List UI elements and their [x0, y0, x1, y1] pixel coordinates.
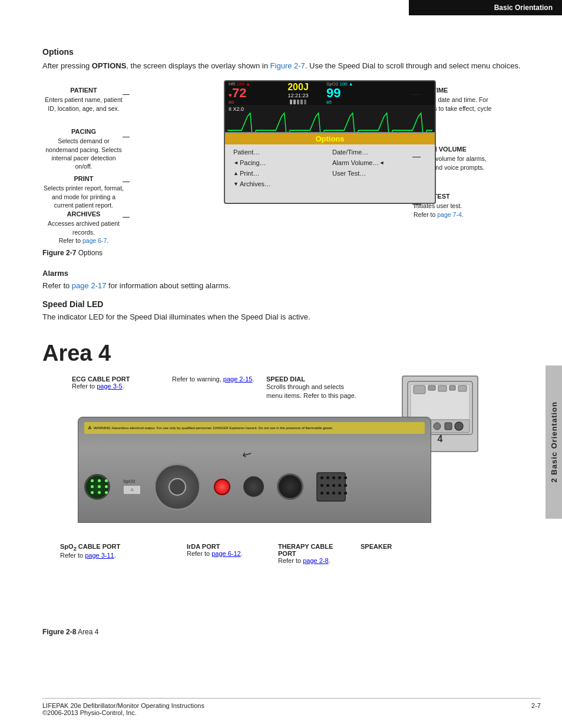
svg-rect-6 — [458, 386, 467, 391]
fig-caption-bold: Figure 2-7 — [42, 249, 76, 257]
user-test-refer: Refer to page 7-4. — [414, 210, 502, 219]
screen-top-bar: HR 160 ▲ ♥ 72 60 200J 12:21:23 — [225, 81, 435, 105]
red-button[interactable] — [214, 479, 230, 495]
pacing-label: PACING — [42, 127, 125, 136]
spo2-port-title: SpO2 CABLE PORT — [60, 543, 131, 552]
area4-figure: ECG CABLE PORT Refer to page 3-5. Refer … — [42, 375, 490, 623]
menu-pacing: ◄Pacing… — [231, 157, 330, 168]
figure-2-8-caption: Figure 2-8 Area 4 — [42, 628, 541, 636]
speaker-annot: SPEAKER — [361, 543, 408, 550]
menu-datetime: Date/Time… — [330, 147, 429, 157]
energy-time: 12:21:23 — [275, 93, 322, 98]
alarm-vol-line — [412, 157, 421, 157]
irda-link[interactable]: page 6-12 — [211, 550, 241, 557]
therapy-port — [277, 473, 303, 500]
ecg-cable-annot: ECG CABLE PORT Refer to page 3-5. — [72, 375, 143, 390]
menu-archives: ▼Archives… — [231, 179, 330, 189]
alarms-link[interactable]: page 2-17 — [72, 281, 107, 290]
device-screen-wrapper: HR 160 ▲ ♥ 72 60 200J 12:21:23 — [130, 80, 353, 204]
irda-title: IrDA PORT — [187, 543, 246, 550]
speed-dial-title: Speed Dial LED — [42, 299, 541, 309]
spo2-sub2: 85 — [326, 100, 332, 105]
fig28-caption-label: Area 4 — [78, 628, 98, 636]
archives-desc: Accesses archived patient records. — [42, 219, 125, 236]
print-annot: PRINT Selects printer report, format, an… — [42, 174, 125, 209]
options-section-title: Options — [42, 47, 541, 57]
energy-block: 200J 12:21:23 — [275, 82, 322, 104]
side-tab-label: 2 Basic Orientation — [550, 401, 558, 482]
datetime-line — [412, 94, 421, 95]
footer-left: LIFEPAK 20e Defibrillator/Monitor Operat… — [42, 702, 204, 716]
speed-dial-annot-title: SPEED DIAL — [266, 375, 361, 383]
speed-dial-text: The indicator LED for the Speed Dial ill… — [42, 311, 541, 323]
warning-strip-text: WARNING Hazardous electrical output. For… — [94, 426, 333, 430]
device-panel-wrapper: ⚠ WARNING Hazardous electrical output. F… — [42, 417, 408, 535]
svg-text:4: 4 — [438, 434, 443, 444]
archives-line — [123, 217, 130, 218]
user-test-link[interactable]: page 7-4 — [437, 211, 461, 218]
pacing-line — [123, 137, 130, 137]
alarms-title: Alarms — [42, 269, 541, 278]
svg-rect-3 — [428, 386, 435, 390]
svg-point-11 — [455, 422, 463, 430]
figure-2-7-caption: Figure 2-7 Options — [42, 249, 541, 257]
options-overlay-title: Options — [225, 133, 435, 144]
fig-caption-label: Options — [78, 249, 103, 257]
hr-value: 72 — [232, 87, 246, 100]
footer-right: 2-7 — [531, 702, 541, 716]
patient-label: PATIENT — [42, 86, 125, 95]
figure-2-7-link[interactable]: Figure 2-7 — [270, 61, 305, 70]
menu-print: ▲Print… — [231, 168, 330, 179]
svg-rect-2 — [414, 386, 425, 394]
ecg-cable-link[interactable]: page 3-5 — [97, 383, 122, 390]
spo2-block: SpO2 100 ▲ 99 85 — [326, 81, 368, 105]
archives-annot: ARCHIVES Accesses archived patient recor… — [42, 210, 125, 245]
pacing-annot: PACING Selects demand or nondemand pacin… — [42, 127, 125, 171]
patient-line — [123, 94, 130, 95]
main-content: Options After pressing OPTIONS, the scre… — [42, 0, 541, 636]
fig28-caption-bold: Figure 2-8 — [42, 628, 76, 636]
device-panel: ⚠ WARNING Hazardous electrical output. F… — [78, 417, 431, 523]
energy-value: 200J — [275, 82, 322, 93]
irda-refer: Refer to page 6-12. — [187, 550, 246, 557]
svg-point-9 — [434, 423, 441, 430]
menu-patient: Patient… — [231, 147, 330, 157]
options-intro-bold: OPTIONS — [92, 61, 127, 70]
irda-port — [243, 476, 264, 497]
alarms-text-end: for information about setting alarms. — [106, 281, 230, 290]
archives-link[interactable]: page 6-7 — [82, 237, 107, 244]
hr-sub2: 60 — [229, 100, 234, 105]
area4-heading: Area 4 — [42, 341, 541, 366]
speed-dial-inner — [168, 478, 186, 496]
print-desc: Selects printer report, format, and mode… — [42, 184, 125, 209]
device-screen: HR 160 ▲ ♥ 72 60 200J 12:21:23 — [224, 80, 436, 204]
options-intro-rest: , the screen displays the overlay shown … — [126, 61, 270, 70]
ecg-warning-text: Refer to warning, page 2-15. — [172, 375, 254, 383]
menu-user-test: User Test… — [330, 168, 429, 179]
footer-copyright: ©2006-2013 Physio-Control, Inc. — [42, 709, 204, 716]
therapy-refer: Refer to page 2-8. — [278, 557, 343, 564]
spo2-port-refer: Refer to page 3-11. — [60, 552, 131, 559]
speed-dial-annot-desc: Scrolls through and selects menu items. … — [266, 383, 361, 401]
alarms-text-pre: Refer to — [42, 281, 72, 290]
spo2-port-link[interactable]: page 3-11 — [85, 552, 114, 559]
therapy-link[interactable]: page 2-8 — [303, 557, 328, 564]
print-label: PRINT — [42, 174, 125, 183]
therapy-title: THERAPY CABLE PORT — [278, 543, 343, 557]
ecg-warning-annot: Refer to warning, page 2-15. — [172, 375, 254, 383]
ecg-cable-title: ECG CABLE PORT — [72, 375, 143, 383]
options-intro-text: After pressing — [42, 61, 92, 70]
header-bar: Basic Orientation — [409, 0, 562, 15]
svg-rect-5 — [449, 386, 455, 390]
options-intro: After pressing OPTIONS, the screen displ… — [42, 60, 541, 72]
speed-dial-widget[interactable] — [154, 463, 201, 510]
svg-rect-10 — [445, 423, 452, 430]
options-menu-grid: Patient… Date/Time… ◄Pacing… Alarm Volum… — [225, 144, 435, 192]
options-intro-end: . Use the Speed Dial to scroll through a… — [305, 61, 521, 70]
header-title: Basic Orientation — [494, 4, 553, 12]
irda-annot: IrDA PORT Refer to page 6-12. — [187, 543, 246, 557]
ecg-warning-link[interactable]: page 2-15 — [223, 375, 253, 383]
patient-desc: Enters patient name, patient ID, locatio… — [42, 95, 125, 112]
print-line — [123, 182, 130, 182]
ecg-cable-refer: Refer to page 3-5. — [72, 383, 143, 390]
